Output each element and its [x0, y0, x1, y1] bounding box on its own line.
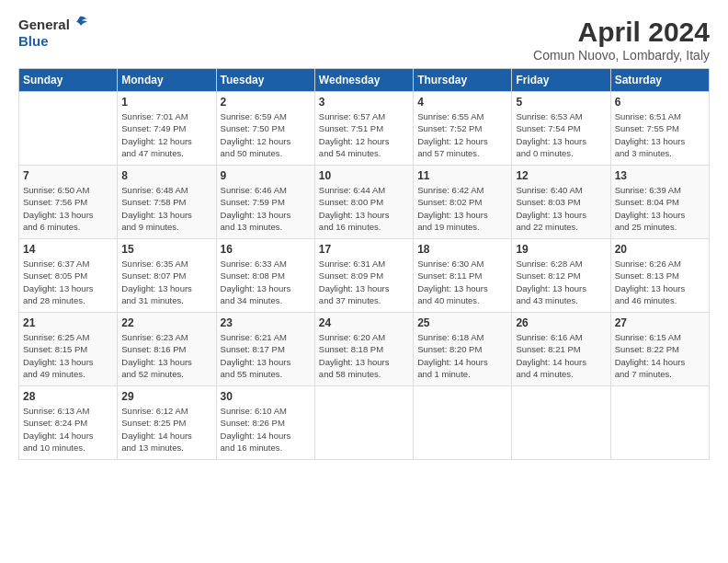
day-number: 12 — [516, 169, 606, 182]
day-info: Sunrise: 6:46 AMSunset: 7:59 PMDaylight:… — [221, 184, 311, 233]
day-info: Sunrise: 6:23 AMSunset: 8:16 PMDaylight:… — [121, 331, 211, 380]
day-cell: 28Sunrise: 6:13 AMSunset: 8:24 PMDayligh… — [19, 386, 118, 460]
day-cell: 26Sunrise: 6:16 AMSunset: 8:21 PMDayligh… — [512, 313, 610, 386]
day-number: 4 — [417, 96, 507, 109]
day-cell: 22Sunrise: 6:23 AMSunset: 8:16 PMDayligh… — [118, 313, 216, 386]
calendar-header: SundayMondayTuesdayWednesdayThursdayFrid… — [19, 69, 710, 92]
day-cell: 29Sunrise: 6:12 AMSunset: 8:25 PMDayligh… — [118, 386, 216, 460]
main-title: April 2024 — [533, 17, 710, 48]
logo-bird-icon — [71, 15, 89, 33]
day-cell — [610, 386, 709, 460]
day-number: 1 — [121, 96, 211, 109]
day-info: Sunrise: 6:20 AMSunset: 8:18 PMDaylight:… — [319, 331, 409, 380]
day-info: Sunrise: 6:30 AMSunset: 8:11 PMDaylight:… — [417, 258, 507, 306]
day-info: Sunrise: 6:31 AMSunset: 8:09 PMDaylight:… — [319, 258, 409, 306]
day-info: Sunrise: 6:15 AMSunset: 8:22 PMDaylight:… — [615, 331, 705, 380]
day-info: Sunrise: 6:44 AMSunset: 8:00 PMDaylight:… — [319, 184, 409, 233]
header-cell-thursday: Thursday — [414, 69, 512, 92]
header-cell-sunday: Sunday — [19, 69, 118, 92]
day-cell: 16Sunrise: 6:33 AMSunset: 8:08 PMDayligh… — [216, 239, 314, 313]
day-info: Sunrise: 6:51 AMSunset: 7:55 PMDaylight:… — [615, 110, 705, 159]
logo-blue-text: Blue — [18, 33, 49, 49]
day-cell: 4Sunrise: 6:55 AMSunset: 7:52 PMDaylight… — [414, 92, 512, 166]
day-number: 13 — [615, 169, 705, 182]
day-info: Sunrise: 6:18 AMSunset: 8:20 PMDaylight:… — [417, 331, 507, 380]
title-block: April 2024 Comun Nuovo, Lombardy, Italy — [533, 17, 710, 63]
day-info: Sunrise: 6:39 AMSunset: 8:04 PMDaylight:… — [615, 184, 705, 233]
day-cell — [512, 386, 610, 460]
calendar-body: 1Sunrise: 7:01 AMSunset: 7:49 PMDaylight… — [19, 92, 710, 460]
day-number: 14 — [23, 243, 113, 256]
day-cell: 17Sunrise: 6:31 AMSunset: 8:09 PMDayligh… — [314, 239, 413, 313]
day-cell: 14Sunrise: 6:37 AMSunset: 8:05 PMDayligh… — [19, 239, 118, 313]
header-cell-wednesday: Wednesday — [314, 69, 413, 92]
day-number: 19 — [516, 243, 606, 256]
subtitle: Comun Nuovo, Lombardy, Italy — [533, 48, 710, 63]
day-cell: 27Sunrise: 6:15 AMSunset: 8:22 PMDayligh… — [610, 313, 709, 386]
week-row-3: 14Sunrise: 6:37 AMSunset: 8:05 PMDayligh… — [19, 239, 710, 313]
header: General Blue April 2024 Comun Nuovo, Lom… — [18, 17, 710, 63]
day-number: 15 — [121, 243, 211, 256]
day-number: 26 — [516, 316, 606, 329]
day-number: 11 — [417, 169, 507, 182]
day-info: Sunrise: 6:55 AMSunset: 7:52 PMDaylight:… — [417, 110, 507, 159]
day-info: Sunrise: 6:26 AMSunset: 8:13 PMDaylight:… — [615, 258, 705, 306]
day-number: 25 — [417, 316, 507, 329]
day-number: 2 — [221, 96, 311, 109]
day-cell: 12Sunrise: 6:40 AMSunset: 8:03 PMDayligh… — [512, 166, 610, 239]
day-cell — [314, 386, 413, 460]
day-number: 8 — [121, 169, 211, 182]
day-info: Sunrise: 6:59 AMSunset: 7:50 PMDaylight:… — [221, 110, 311, 159]
week-row-4: 21Sunrise: 6:25 AMSunset: 8:15 PMDayligh… — [19, 313, 710, 386]
logo-general-text: General — [18, 17, 70, 33]
day-cell: 18Sunrise: 6:30 AMSunset: 8:11 PMDayligh… — [414, 239, 512, 313]
day-info: Sunrise: 6:10 AMSunset: 8:26 PMDaylight:… — [221, 405, 311, 454]
day-number: 10 — [319, 169, 409, 182]
day-info: Sunrise: 7:01 AMSunset: 7:49 PMDaylight:… — [121, 110, 211, 159]
header-row: SundayMondayTuesdayWednesdayThursdayFrid… — [19, 69, 710, 92]
day-info: Sunrise: 6:48 AMSunset: 7:58 PMDaylight:… — [121, 184, 211, 233]
day-number: 20 — [615, 243, 705, 256]
day-info: Sunrise: 6:42 AMSunset: 8:02 PMDaylight:… — [417, 184, 507, 233]
day-cell: 5Sunrise: 6:53 AMSunset: 7:54 PMDaylight… — [512, 92, 610, 166]
header-cell-monday: Monday — [118, 69, 216, 92]
day-info: Sunrise: 6:35 AMSunset: 8:07 PMDaylight:… — [121, 258, 211, 306]
day-cell: 3Sunrise: 6:57 AMSunset: 7:51 PMDaylight… — [314, 92, 413, 166]
day-number: 22 — [121, 316, 211, 329]
day-info: Sunrise: 6:12 AMSunset: 8:25 PMDaylight:… — [121, 405, 211, 454]
day-cell: 21Sunrise: 6:25 AMSunset: 8:15 PMDayligh… — [19, 313, 118, 386]
day-cell — [19, 92, 118, 166]
header-cell-friday: Friday — [512, 69, 610, 92]
calendar-table: SundayMondayTuesdayWednesdayThursdayFrid… — [18, 68, 710, 460]
day-number: 7 — [23, 169, 113, 182]
day-info: Sunrise: 6:40 AMSunset: 8:03 PMDaylight:… — [516, 184, 606, 233]
day-cell: 2Sunrise: 6:59 AMSunset: 7:50 PMDaylight… — [216, 92, 314, 166]
day-number: 30 — [221, 390, 311, 403]
day-cell: 25Sunrise: 6:18 AMSunset: 8:20 PMDayligh… — [414, 313, 512, 386]
day-info: Sunrise: 6:50 AMSunset: 7:56 PMDaylight:… — [23, 184, 113, 233]
day-number: 9 — [221, 169, 311, 182]
day-cell: 30Sunrise: 6:10 AMSunset: 8:26 PMDayligh… — [216, 386, 314, 460]
day-cell: 1Sunrise: 7:01 AMSunset: 7:49 PMDaylight… — [118, 92, 216, 166]
day-number: 18 — [417, 243, 507, 256]
day-cell: 13Sunrise: 6:39 AMSunset: 8:04 PMDayligh… — [610, 166, 709, 239]
day-cell: 24Sunrise: 6:20 AMSunset: 8:18 PMDayligh… — [314, 313, 413, 386]
day-number: 24 — [319, 316, 409, 329]
week-row-5: 28Sunrise: 6:13 AMSunset: 8:24 PMDayligh… — [19, 386, 710, 460]
day-info: Sunrise: 6:57 AMSunset: 7:51 PMDaylight:… — [319, 110, 409, 159]
day-info: Sunrise: 6:53 AMSunset: 7:54 PMDaylight:… — [516, 110, 606, 159]
day-info: Sunrise: 6:28 AMSunset: 8:12 PMDaylight:… — [516, 258, 606, 306]
day-cell: 7Sunrise: 6:50 AMSunset: 7:56 PMDaylight… — [19, 166, 118, 239]
logo: General Blue — [18, 17, 89, 49]
day-info: Sunrise: 6:37 AMSunset: 8:05 PMDaylight:… — [23, 258, 113, 306]
day-cell: 9Sunrise: 6:46 AMSunset: 7:59 PMDaylight… — [216, 166, 314, 239]
day-cell: 6Sunrise: 6:51 AMSunset: 7:55 PMDaylight… — [610, 92, 709, 166]
day-number: 21 — [23, 316, 113, 329]
day-cell: 23Sunrise: 6:21 AMSunset: 8:17 PMDayligh… — [216, 313, 314, 386]
day-cell: 20Sunrise: 6:26 AMSunset: 8:13 PMDayligh… — [610, 239, 709, 313]
week-row-2: 7Sunrise: 6:50 AMSunset: 7:56 PMDaylight… — [19, 166, 710, 239]
week-row-1: 1Sunrise: 7:01 AMSunset: 7:49 PMDaylight… — [19, 92, 710, 166]
day-info: Sunrise: 6:16 AMSunset: 8:21 PMDaylight:… — [516, 331, 606, 380]
day-number: 6 — [615, 96, 705, 109]
day-number: 3 — [319, 96, 409, 109]
